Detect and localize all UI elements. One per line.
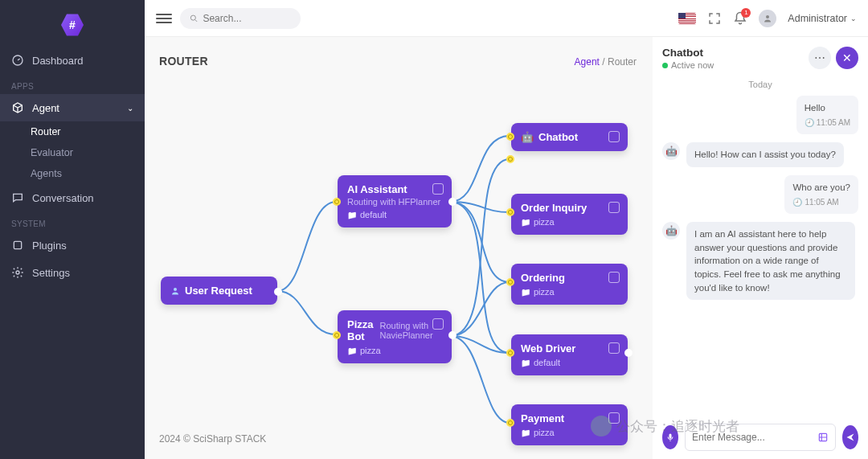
locale-flag-icon[interactable] <box>678 13 696 24</box>
section-system: SYSTEM <box>0 211 145 232</box>
node-folder: pizza <box>521 428 618 437</box>
chat-header-buttons: ⋯ ✕ <box>809 47 858 69</box>
bubble: Hello 🕘 11:05 AM <box>796 96 858 134</box>
node-action-icon[interactable] <box>608 202 620 213</box>
nav-label: Conversation <box>32 192 94 204</box>
chat-input[interactable] <box>685 424 836 451</box>
node-folder: default <box>347 210 442 219</box>
fullscreen-icon[interactable] <box>707 11 722 26</box>
sidebar: # Dashboard APPS Agent ⌄ Router Evaluato… <box>0 0 145 459</box>
node-folder: default <box>521 358 618 367</box>
attach-icon[interactable] <box>817 432 829 443</box>
node-payment[interactable]: Payment pizza <box>511 404 628 445</box>
admin-menu[interactable]: Administrator ⌄ <box>788 13 857 24</box>
svg-point-3 <box>190 15 195 20</box>
nav-label: Plugins <box>32 240 67 252</box>
nav-label: Agent <box>32 102 59 114</box>
menu-toggle[interactable] <box>156 14 172 23</box>
nav-dashboard[interactable]: Dashboard <box>0 47 145 74</box>
node-action-icon[interactable] <box>608 342 620 354</box>
logo-wrap: # <box>0 6 145 47</box>
gear-icon <box>11 266 24 279</box>
msg-user: Who are you? 🕘 11:05 AM <box>662 175 858 214</box>
nav-agent[interactable]: Agent ⌄ <box>0 94 145 121</box>
node-title: Chatbot <box>538 131 578 143</box>
port-in[interactable] <box>506 419 514 427</box>
node-ai-assistant[interactable]: AI Assistant Routing with HFPlanner defa… <box>338 175 452 227</box>
port-out[interactable] <box>448 198 457 206</box>
nav-sub-router[interactable]: Router <box>0 121 145 142</box>
avatar-icon[interactable] <box>759 10 776 27</box>
chat-info: Chatbot Active now <box>662 47 714 70</box>
robot-icon: 🤖 <box>521 131 534 143</box>
node-action-icon[interactable] <box>608 412 620 424</box>
msg-bot: 🤖 Hello! How can I assist you today? <box>662 142 858 167</box>
node-action-icon[interactable] <box>432 183 444 195</box>
bubble: Who are you? 🕘 11:05 AM <box>784 175 858 214</box>
port-out[interactable] <box>448 331 457 339</box>
chat-status: Active now <box>662 60 714 70</box>
node-user-request[interactable]: User Request <box>161 277 277 305</box>
node-chatbot[interactable]: 🤖 Chatbot <box>511 123 628 151</box>
node-action-icon[interactable] <box>608 272 620 283</box>
node-pizza-bot[interactable]: Pizza Bot Routing with NaviePlanner pizz… <box>338 310 452 363</box>
nav-sub-agents[interactable]: Agents <box>0 163 145 184</box>
notification-badge: 1 <box>741 8 751 18</box>
msg-time: 🕘 11:05 AM <box>805 117 850 129</box>
notifications-icon[interactable]: 1 <box>733 11 747 26</box>
chat-close-button[interactable]: ✕ <box>836 47 858 69</box>
chat-panel: Chatbot Active now ⋯ ✕ Today Hello 🕘 11:… <box>653 37 868 459</box>
port-out[interactable] <box>624 349 633 357</box>
router-canvas[interactable]: ROUTER Agent / Router <box>145 37 653 459</box>
nav-settings[interactable]: Settings <box>0 259 145 286</box>
svg-rect-1 <box>14 241 21 248</box>
svg-point-2 <box>16 271 19 274</box>
port-in[interactable] <box>333 198 341 206</box>
topbar-right: 1 Administrator ⌄ <box>678 10 857 27</box>
chat-more-button[interactable]: ⋯ <box>809 47 831 69</box>
node-ordering[interactable]: Ordering pizza <box>511 264 628 305</box>
msg-text: Hello <box>805 101 850 115</box>
search-input[interactable] <box>203 13 291 24</box>
logo-icon: # <box>61 13 84 37</box>
plug-icon <box>11 239 24 252</box>
node-folder: pizza <box>347 346 442 355</box>
node-title: Web Driver <box>521 342 575 354</box>
node-action-icon[interactable] <box>608 131 620 142</box>
port-in-1[interactable] <box>506 133 514 141</box>
port-in[interactable] <box>506 208 514 216</box>
bot-avatar-icon: 🤖 <box>662 222 680 240</box>
footer-text: 2024 © SciSharp STACK <box>159 433 266 445</box>
chat-name: Chatbot <box>662 47 714 59</box>
breadcrumb: Agent / Router <box>575 56 637 68</box>
msg-text: Hello! How can I assist you today? <box>694 148 836 162</box>
svg-point-5 <box>174 288 177 291</box>
chat-send-button[interactable] <box>842 425 858 449</box>
node-title: Payment <box>521 412 564 424</box>
nav-sub-evaluator[interactable]: Evaluator <box>0 142 145 163</box>
nav-label: Settings <box>32 267 70 279</box>
chat-voice-button[interactable] <box>662 425 678 449</box>
chat-input-field[interactable] <box>692 432 813 443</box>
port-in[interactable] <box>506 278 514 286</box>
search-box[interactable] <box>180 8 301 29</box>
port-out[interactable] <box>274 288 282 296</box>
topbar: 1 Administrator ⌄ <box>145 0 868 37</box>
nav-agent-sub: Router Evaluator Agents <box>0 121 145 184</box>
port-in[interactable] <box>333 331 341 339</box>
node-title: Pizza Bot <box>347 318 375 342</box>
port-in[interactable] <box>506 349 514 357</box>
port-in-2[interactable] <box>506 155 514 163</box>
mic-icon <box>665 432 675 442</box>
bot-avatar-icon: 🤖 <box>662 142 680 160</box>
node-order-inquiry[interactable]: Order Inquiry pizza <box>511 194 628 235</box>
gauge-icon <box>11 54 24 67</box>
page-title: ROUTER <box>159 55 208 68</box>
nav-plugins[interactable]: Plugins <box>0 232 145 259</box>
node-action-icon[interactable] <box>432 318 444 330</box>
breadcrumb-agent[interactable]: Agent <box>575 56 600 68</box>
msg-text: Who are you? <box>792 181 850 195</box>
nav-conversation[interactable]: Conversation <box>0 184 145 211</box>
node-title-row: 🤖 Chatbot <box>521 131 618 143</box>
node-web-driver[interactable]: Web Driver default <box>511 334 628 375</box>
